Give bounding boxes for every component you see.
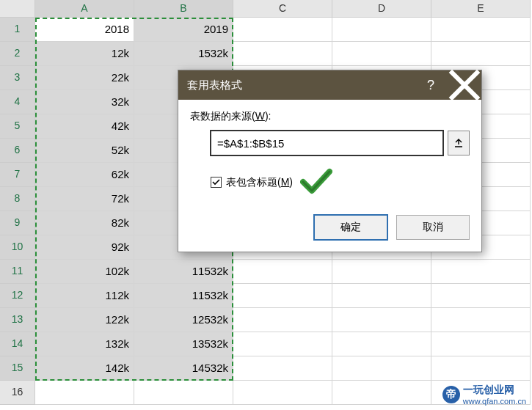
col-header-a[interactable]: A [35,0,134,18]
header-checkbox-label: 表包含标题(M) [226,176,293,189]
dialog-title: 套用表格式 [187,78,414,92]
row-header[interactable]: 4 [0,90,35,114]
col-header-d[interactable]: D [332,0,431,18]
cell[interactable]: 102k [35,260,134,284]
cell[interactable]: 122k [35,308,134,332]
col-header-c[interactable]: C [233,0,332,18]
range-input[interactable] [211,131,443,155]
cell[interactable]: 2019 [134,18,233,42]
cell[interactable]: 22k [35,66,134,90]
cell[interactable]: 142k [35,356,134,381]
source-label: 表数据的来源(W): [190,110,470,123]
check-icon [212,178,220,186]
cell[interactable] [332,42,431,66]
header-checkbox-row: 表包含标题(M) [211,167,470,197]
select-all-corner[interactable] [0,0,35,18]
row-header[interactable]: 6 [0,139,35,163]
cell[interactable] [431,332,531,356]
cell[interactable] [431,18,531,42]
row-header[interactable]: 1 [0,18,35,42]
format-as-table-dialog: 套用表格式 ? 表数据的来源(W): 表包含标题(M) [178,70,482,252]
cell[interactable] [233,42,332,66]
annotation-check-icon [300,167,332,197]
cell[interactable] [332,260,431,284]
row-header[interactable]: 7 [0,163,35,187]
row-header[interactable]: 9 [0,211,35,235]
dialog-buttons: 确定 取消 [190,215,470,240]
row-header[interactable]: 3 [0,66,35,90]
cell[interactable]: 42k [35,114,134,139]
cell[interactable] [431,42,531,66]
range-picker-button[interactable] [448,131,470,155]
table-row: 15142k14532k [0,356,532,381]
row-header[interactable]: 10 [0,235,35,260]
watermark-url: www.qfan.com.cn [463,397,526,406]
cell[interactable]: 52k [35,139,134,163]
dialog-body: 表数据的来源(W): 表包含标题(M) 确定 取消 [178,100,481,252]
cell[interactable]: 82k [35,211,134,235]
col-header-b[interactable]: B [134,0,233,18]
range-input-row [211,131,470,155]
table-row: 14132k13532k [0,332,532,356]
cell[interactable] [233,260,332,284]
col-header-e[interactable]: E [431,0,531,18]
table-row: 12112k11532k [0,284,532,308]
row-header[interactable]: 14 [0,332,35,356]
cell[interactable] [332,284,431,308]
cell[interactable]: 12k [35,42,134,66]
cell[interactable]: 14532k [134,356,233,381]
close-icon [448,68,481,102]
cell[interactable] [233,308,332,332]
cell[interactable]: 132k [35,332,134,356]
cell[interactable] [431,260,531,284]
cell[interactable]: 11532k [134,260,233,284]
watermark-text: 一玩创业网 [463,384,514,395]
cell[interactable]: 92k [35,235,134,260]
cell[interactable] [332,18,431,42]
row-header[interactable]: 8 [0,187,35,211]
cell[interactable]: 112k [35,284,134,308]
cell[interactable]: 72k [35,187,134,211]
cell[interactable] [233,284,332,308]
cell[interactable] [233,18,332,42]
cell[interactable] [233,356,332,381]
cell[interactable] [431,356,531,381]
header-checkbox[interactable] [211,177,222,188]
row-header[interactable]: 12 [0,284,35,308]
close-button[interactable] [448,70,481,100]
cell[interactable] [332,332,431,356]
row-header[interactable]: 16 [0,381,35,405]
row-header[interactable]: 5 [0,114,35,139]
table-row: 120182019 [0,18,532,42]
row-header[interactable]: 11 [0,260,35,284]
row-header[interactable]: 2 [0,42,35,66]
cell[interactable] [35,381,134,405]
cell[interactable]: 62k [35,163,134,187]
cell[interactable]: 32k [35,90,134,114]
cancel-button[interactable]: 取消 [396,215,470,240]
cell[interactable] [431,308,531,332]
row-header[interactable]: 13 [0,308,35,332]
cell[interactable] [332,308,431,332]
cell[interactable] [134,381,233,405]
cell[interactable] [332,381,431,405]
cell[interactable]: 12532k [134,308,233,332]
cell[interactable]: 11532k [134,284,233,308]
help-button[interactable]: ? [414,70,448,100]
table-row: 11102k11532k [0,260,532,284]
column-headers-row: A B C D E [0,0,532,18]
dialog-titlebar[interactable]: 套用表格式 ? [178,70,481,100]
table-row: 13122k12532k [0,308,532,332]
watermark: 帝 一玩创业网 www.qfan.com.cn [442,384,526,406]
cell[interactable] [233,332,332,356]
collapse-icon [453,138,464,148]
cell[interactable] [332,356,431,381]
cell[interactable] [233,381,332,405]
cell[interactable]: 2018 [35,18,134,42]
row-header[interactable]: 15 [0,356,35,381]
cell[interactable]: 13532k [134,332,233,356]
ok-button[interactable]: 确定 [314,215,387,240]
cell[interactable]: 1532k [134,42,233,66]
cell[interactable] [431,284,531,308]
table-row: 212k1532k [0,42,532,66]
